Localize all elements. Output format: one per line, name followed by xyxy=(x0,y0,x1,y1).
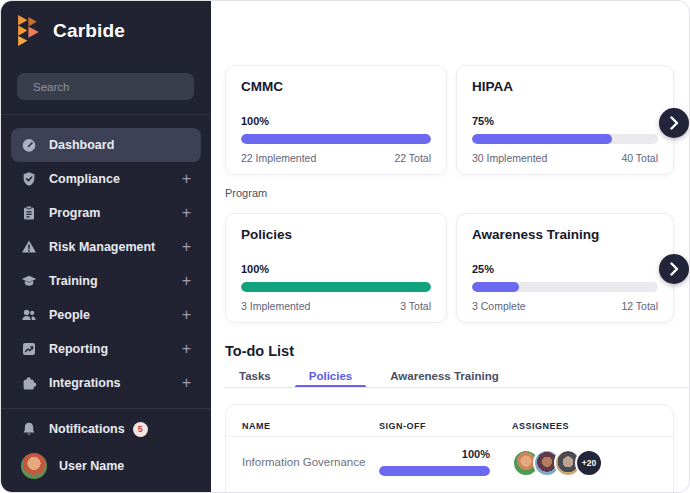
people-icon xyxy=(21,307,37,323)
column-header-signoff: SIGN-OFF xyxy=(379,421,426,431)
assignee-overflow-badge[interactable]: +20 xyxy=(575,449,603,477)
sidebar-item-program[interactable]: Program + xyxy=(11,196,201,230)
chevron-right-icon xyxy=(670,116,679,130)
framework-card-cmmc[interactable]: CMMC 100% 22 Implemented 22 Total xyxy=(225,65,447,175)
sidebar-item-label: People xyxy=(49,308,90,322)
progress-bar xyxy=(241,282,431,292)
sidebar-item-label: Reporting xyxy=(49,342,108,356)
sidebar-item-label: Compliance xyxy=(49,172,120,186)
expand-plus-icon[interactable]: + xyxy=(182,205,191,221)
signoff-progress-bar xyxy=(379,466,490,476)
notification-count-badge: 5 xyxy=(133,422,148,437)
user-name-label: User Name xyxy=(59,459,124,473)
card-footer-right: 3 Total xyxy=(400,300,431,312)
carbide-logo-icon xyxy=(17,14,44,47)
card-footer-left: 3 Complete xyxy=(472,300,526,312)
column-header-name: NAME xyxy=(242,421,271,431)
expand-plus-icon[interactable]: + xyxy=(182,239,191,255)
progress-bar xyxy=(472,134,658,144)
sidebar-item-label: Risk Management xyxy=(49,240,155,254)
policy-name: Information Governance xyxy=(242,456,365,468)
user-menu-item[interactable]: User Name xyxy=(11,450,201,482)
program-card-policies[interactable]: Policies 100% 3 Implemented 3 Total xyxy=(225,213,447,323)
sidebar-nav: Dashboard Compliance + xyxy=(11,128,201,400)
tab-tasks[interactable]: Tasks xyxy=(225,365,285,387)
todo-list-title: To-do List xyxy=(225,343,294,359)
notifications-label: Notifications xyxy=(49,422,125,436)
notifications-item[interactable]: Notifications 5 xyxy=(11,414,201,444)
tab-label: Awareness Training xyxy=(390,370,498,382)
bell-icon xyxy=(21,421,37,437)
sidebar-item-compliance[interactable]: Compliance + xyxy=(11,162,201,196)
table-row[interactable]: Information Governance 100% +20 xyxy=(226,437,673,493)
warning-triangle-icon xyxy=(21,239,37,255)
search-box xyxy=(17,73,194,100)
sidebar-item-people[interactable]: People + xyxy=(11,298,201,332)
progress-bar-fill xyxy=(472,282,519,292)
card-footer-right: 22 Total xyxy=(394,152,431,164)
report-chart-icon xyxy=(21,341,37,357)
card-percent: 75% xyxy=(472,115,494,127)
program-next-button[interactable] xyxy=(659,254,689,284)
sidebar-item-label: Training xyxy=(49,274,98,288)
tab-policies[interactable]: Policies xyxy=(295,365,366,387)
card-footer-right: 12 Total xyxy=(621,300,658,312)
tabs-divider xyxy=(225,387,690,388)
expand-plus-icon[interactable]: + xyxy=(182,375,191,391)
frameworks-next-button[interactable] xyxy=(659,108,689,138)
app-title: Carbide xyxy=(53,20,125,42)
card-title: Policies xyxy=(241,227,292,242)
sidebar-divider-top xyxy=(1,114,211,115)
chevron-right-icon xyxy=(670,262,679,276)
sidebar-item-training[interactable]: Training + xyxy=(11,264,201,298)
sidebar-item-reporting[interactable]: Reporting + xyxy=(11,332,201,366)
clipboard-icon xyxy=(21,205,37,221)
search-input[interactable] xyxy=(33,81,187,93)
card-percent: 100% xyxy=(241,115,269,127)
card-footer-left: 3 Implemented xyxy=(241,300,310,312)
sidebar-item-integrations[interactable]: Integrations + xyxy=(11,366,201,400)
card-percent: 100% xyxy=(241,263,269,275)
sidebar-item-dashboard[interactable]: Dashboard xyxy=(11,128,201,162)
tab-label: Policies xyxy=(309,370,352,382)
sidebar-item-risk-management[interactable]: Risk Management + xyxy=(11,230,201,264)
signoff-percent: 100% xyxy=(379,448,490,460)
card-title: Awareness Training xyxy=(472,227,599,242)
program-section-label: Program xyxy=(225,187,267,199)
sidebar-item-label: Dashboard xyxy=(49,138,114,152)
sidebar: Carbide Dashboard xyxy=(1,1,211,492)
card-title: HIPAA xyxy=(472,79,513,94)
todo-tabs: Tasks Policies Awareness Training xyxy=(225,365,523,387)
card-footer-left: 22 Implemented xyxy=(241,152,316,164)
progress-bar xyxy=(241,134,431,144)
shield-check-icon xyxy=(21,171,37,187)
assignee-avatar-group: +20 xyxy=(512,449,603,477)
logo-row: Carbide xyxy=(17,14,125,47)
sidebar-item-label: Integrations xyxy=(49,376,121,390)
program-card-awareness-training[interactable]: Awareness Training 25% 3 Complete 12 Tot… xyxy=(456,213,674,323)
card-footer-right: 40 Total xyxy=(621,152,658,164)
sidebar-item-label: Program xyxy=(49,206,100,220)
expand-plus-icon[interactable]: + xyxy=(182,307,191,323)
tab-label: Tasks xyxy=(239,370,271,382)
expand-plus-icon[interactable]: + xyxy=(182,171,191,187)
progress-bar-fill xyxy=(472,134,612,144)
column-header-assignees: ASSIGNEES xyxy=(512,421,569,431)
progress-bar-fill xyxy=(379,466,490,476)
card-percent: 25% xyxy=(472,263,494,275)
progress-bar xyxy=(472,282,658,292)
card-footer-left: 30 Implemented xyxy=(472,152,547,164)
graduation-cap-icon xyxy=(21,273,37,289)
card-title: CMMC xyxy=(241,79,283,94)
progress-bar-fill xyxy=(241,134,431,144)
app-window: Carbide Dashboard xyxy=(0,0,690,493)
progress-bar-fill xyxy=(241,282,431,292)
expand-plus-icon[interactable]: + xyxy=(182,341,191,357)
expand-plus-icon[interactable]: + xyxy=(182,273,191,289)
gauge-icon xyxy=(21,137,37,153)
framework-card-hipaa[interactable]: HIPAA 75% 30 Implemented 40 Total xyxy=(456,65,674,175)
puzzle-icon xyxy=(21,375,37,391)
tab-awareness-training[interactable]: Awareness Training xyxy=(376,365,512,387)
sidebar-divider-bottom xyxy=(1,408,211,409)
user-avatar xyxy=(21,453,47,479)
